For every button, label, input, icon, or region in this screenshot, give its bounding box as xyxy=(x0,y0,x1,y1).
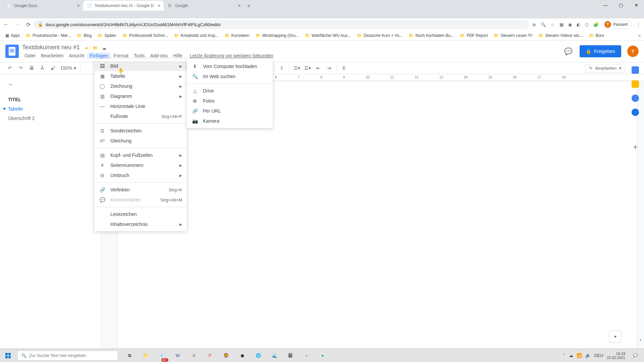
undo-icon[interactable]: ↶ xyxy=(7,65,13,71)
share-button[interactable]: 🔒 Freigeben xyxy=(580,45,621,57)
volume-icon[interactable]: 🔊 xyxy=(585,353,591,358)
browser-tab[interactable]: G Google × xyxy=(164,1,244,11)
menu-tools[interactable]: Tools xyxy=(131,52,147,59)
bookmark-folder[interactable]: 📁Später xyxy=(96,32,118,39)
profile-paused-button[interactable]: T Pausiert xyxy=(603,20,632,29)
close-icon[interactable]: × xyxy=(77,3,80,8)
bookmark-folder[interactable]: 📁Noch hochladen Bu... xyxy=(407,32,456,39)
app-icon[interactable]: ▫ xyxy=(299,349,315,362)
bookmark-folder[interactable]: 📁Professionell Schrei... xyxy=(120,32,170,39)
menu-item-table[interactable]: ▦Tabelle▶ xyxy=(94,71,187,81)
line-spacing-icon[interactable]: ⇳ xyxy=(278,65,285,71)
keep-icon[interactable] xyxy=(632,80,639,88)
mail-app-icon[interactable]: 📧99+ xyxy=(154,349,170,362)
account-avatar[interactable]: T xyxy=(627,46,639,57)
bookmark-folder[interactable]: 📁Wahlfächer WU Aus... xyxy=(303,32,353,39)
spotify-icon[interactable]: ● xyxy=(315,349,331,362)
bulleted-list-icon[interactable]: ☰▾ xyxy=(304,65,311,71)
menu-item-header-footer[interactable]: ▤Kopf- und Fußzeilen▶ xyxy=(94,150,187,160)
menu-format[interactable]: Format xyxy=(111,52,131,59)
bookmark-apps[interactable]: ▦Apps xyxy=(3,32,22,39)
bookmark-icon[interactable]: ☆ xyxy=(551,22,555,27)
outline-item[interactable]: Tabelle xyxy=(8,104,92,114)
indent-icon[interactable]: ⇥ xyxy=(326,65,332,71)
submenu-photos[interactable]: ✿Fotos xyxy=(187,96,273,106)
taskbar-clock[interactable]: 19:33 22.02.2021 xyxy=(607,352,625,360)
menu-hilfe[interactable]: Hilfe xyxy=(171,52,185,59)
calendar-icon[interactable] xyxy=(632,66,639,74)
menu-einfuegen[interactable]: Einfügen xyxy=(87,52,110,59)
menu-item-page-numbers[interactable]: #Seitennummern▶ xyxy=(94,160,187,170)
new-tab-button[interactable]: + xyxy=(244,1,254,11)
addons-side-icon[interactable]: + xyxy=(633,143,638,152)
ext-1-icon[interactable]: ◉ xyxy=(568,22,572,27)
bookmark-folder[interactable]: 📁Kursideen xyxy=(223,32,252,39)
clear-format-icon[interactable]: T̶ xyxy=(341,65,347,71)
language-indicator[interactable]: DEU xyxy=(594,353,603,358)
menu-ansicht[interactable]: Ansicht xyxy=(66,52,87,59)
tray-overflow-icon[interactable]: ˄ xyxy=(563,353,566,358)
last-edit-link[interactable]: Letzte Änderung vor wenigen Sekunden xyxy=(187,52,276,59)
chrome-icon[interactable]: 🌐 xyxy=(250,349,266,362)
powerpoint-icon[interactable]: P xyxy=(202,349,218,362)
omnibox[interactable]: 🔒 docs.google.com/document/d/1hUH8k6h7Lb… xyxy=(34,20,529,29)
zoom-select[interactable]: 150%▾ xyxy=(60,65,76,71)
menu-item-image[interactable]: 🖼Bild▶ xyxy=(94,61,187,71)
word-icon[interactable]: W xyxy=(170,349,186,362)
doc-title[interactable]: Textdokument neu #1 xyxy=(22,44,80,51)
submenu-search-web[interactable]: 🔍Im Web suchen xyxy=(187,71,273,81)
numbered-list-icon[interactable]: ☰▾ xyxy=(293,65,300,71)
action-center-icon[interactable]: 💬 xyxy=(629,349,642,362)
menu-addons[interactable]: Add-ons xyxy=(148,52,170,59)
docs-logo-icon[interactable] xyxy=(5,45,19,58)
outdent-icon[interactable]: ⇤ xyxy=(315,65,322,71)
close-icon[interactable]: × xyxy=(158,3,160,8)
brave-icon[interactable]: 🦁 xyxy=(218,349,234,362)
menu-item-break[interactable]: ⊟Umbruch▶ xyxy=(94,170,187,180)
maximize-button[interactable]: ▢ xyxy=(613,0,629,10)
bookmark-folder[interactable]: 📁Mindmapping (Gru... xyxy=(254,32,301,39)
back-button[interactable]: ← xyxy=(3,21,9,28)
submenu-drive[interactable]: △Drive xyxy=(187,86,273,96)
menu-item-link[interactable]: 🔗VerlinkenStrg+K xyxy=(94,185,187,195)
obs-icon[interactable]: ◉ xyxy=(234,349,250,362)
cloud-status-icon[interactable]: ☁ xyxy=(102,46,106,51)
spellcheck-icon[interactable]: Ă xyxy=(39,65,46,71)
print-icon[interactable]: 🖶 xyxy=(28,65,35,71)
close-icon[interactable]: × xyxy=(238,3,241,8)
close-window-button[interactable]: ✕ xyxy=(629,0,644,10)
start-button[interactable] xyxy=(0,349,16,362)
menu-datei[interactable]: Datei xyxy=(22,52,38,59)
reload-button[interactable]: ⟳ xyxy=(26,21,31,28)
outline-back-icon[interactable]: ← xyxy=(8,81,92,88)
menu-item-drawing[interactable]: ◯Zeichnung▶ xyxy=(94,81,187,91)
edge-icon[interactable]: 🌊 xyxy=(266,349,282,362)
menu-item-chart[interactable]: ▥Diagramm▶ xyxy=(94,91,187,101)
bookmark-folder[interactable]: 📁PDF Report xyxy=(458,32,490,39)
wifi-icon[interactable]: 📶 xyxy=(577,353,582,358)
chrome-menu-icon[interactable]: ⋮ xyxy=(636,22,641,27)
onedrive-icon[interactable]: ☁ xyxy=(569,353,573,358)
extensions-icon[interactable]: 🧩 xyxy=(593,22,599,27)
taskbar-search-box[interactable]: 🔍 Zur Suche Text hier eingeben xyxy=(17,351,118,361)
notepad-icon[interactable]: 📓 xyxy=(282,349,299,362)
explore-button[interactable]: ✦ xyxy=(609,330,621,343)
install-icon[interactable]: ⊕ xyxy=(532,22,536,27)
zoom-icon[interactable]: 🔍 xyxy=(541,22,546,27)
browser-tab-active[interactable]: 📄 Textdokument neu #1 - Google D × xyxy=(83,1,164,11)
redo-icon[interactable]: ↷ xyxy=(17,65,24,71)
bookmark-folder[interactable]: 📁Produktsuche - Mer... xyxy=(24,32,73,39)
move-icon[interactable]: 📁 xyxy=(93,46,98,51)
show-side-panel-icon[interactable]: › xyxy=(640,337,641,343)
excel-icon[interactable]: X xyxy=(186,349,202,362)
menu-item-equation[interactable]: π²Gleichung xyxy=(94,136,187,146)
submenu-camera[interactable]: 📷Kamera xyxy=(187,116,273,126)
outline-item[interactable]: Überschrift 2 xyxy=(8,114,92,123)
menu-item-footnote[interactable]: FußnoteStrg+Alt+F xyxy=(94,111,187,121)
submenu-url[interactable]: 🔗Per URL xyxy=(187,106,273,116)
bookmark-folder[interactable]: 📁Büro xyxy=(587,32,606,39)
ext-3-icon[interactable]: ⬡ xyxy=(585,22,589,27)
menu-item-toc[interactable]: Inhaltsverzeichnis▶ xyxy=(94,219,187,229)
contacts-icon[interactable] xyxy=(632,109,639,116)
bookmark-folder[interactable]: 📁Steuern Lesen !!!! xyxy=(492,32,534,39)
